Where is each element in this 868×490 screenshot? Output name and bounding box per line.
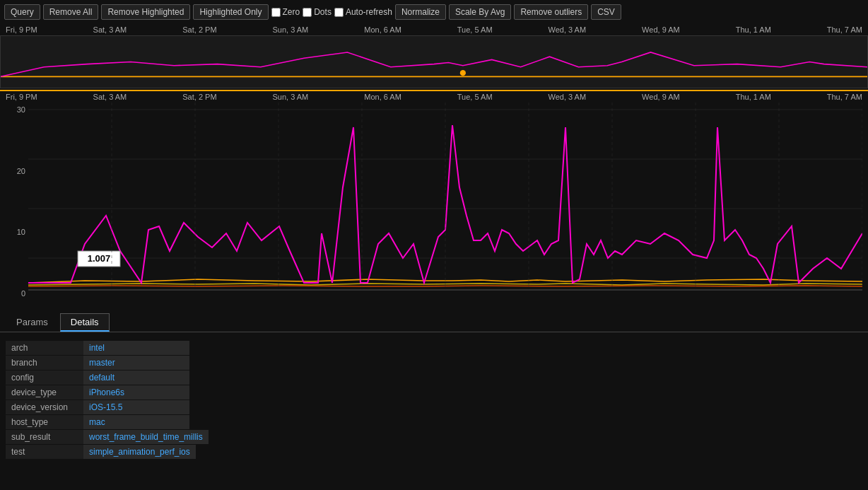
top-x-axis: Fri, 9 PM Sat, 3 AM Sat, 2 PM Sun, 3 AM …: [0, 24, 868, 35]
bottom-x-axis: Fri, 9 PM Sat, 3 AM Sat, 2 PM Sun, 3 AM …: [0, 91, 868, 103]
query-button[interactable]: Query: [4, 4, 40, 20]
table-row: branchmaster: [6, 356, 189, 370]
table-row: configdefault: [6, 371, 189, 385]
table-row: testsimple_animation_perf_ios: [6, 445, 189, 459]
detail-key: device_type: [6, 385, 83, 399]
detail-key: sub_result: [6, 430, 83, 444]
dots-checkbox-label[interactable]: Dots: [303, 7, 332, 17]
detail-key: branch: [6, 356, 83, 370]
detail-key: arch: [6, 341, 83, 355]
detail-key: config: [6, 371, 83, 385]
auto-refresh-checkbox[interactable]: [334, 8, 344, 17]
tab-params[interactable]: Params: [6, 313, 59, 332]
chart-container: Fri, 9 PM Sat, 3 AM Sat, 2 PM Sun, 3 AM …: [0, 24, 868, 301]
table-row: device_typeiPhone6s: [6, 385, 189, 399]
detail-value: iOS-15.5: [83, 400, 189, 414]
detail-value: default: [83, 371, 189, 385]
detail-key: device_version: [6, 400, 83, 414]
detail-key: test: [6, 445, 83, 459]
zero-label: Zero: [283, 7, 300, 17]
main-chart[interactable]: 1.007: [28, 103, 862, 301]
auto-refresh-checkbox-label[interactable]: Auto-refresh: [334, 7, 392, 17]
remove-outliers-button[interactable]: Remove outliers: [514, 4, 588, 20]
zero-checkbox-label[interactable]: Zero: [271, 7, 300, 17]
table-row: host_typemac: [6, 415, 189, 429]
remove-all-button[interactable]: Remove All: [43, 4, 99, 20]
detail-value: mac: [83, 415, 189, 429]
detail-value: iPhone6s: [83, 385, 189, 399]
detail-value: intel: [83, 341, 189, 355]
tabs: Params Details: [0, 306, 868, 332]
toolbar: Query Remove All Remove Highlighted High…: [0, 0, 868, 24]
mini-chart[interactable]: [0, 35, 868, 88]
detail-value: master: [83, 356, 189, 370]
normalize-button[interactable]: Normalize: [395, 4, 446, 20]
detail-value: worst_frame_build_time_millis: [83, 430, 209, 444]
table-row: sub_resultworst_frame_build_time_millis: [6, 430, 189, 444]
highlighted-only-button[interactable]: Highlighted Only: [193, 4, 268, 20]
auto-refresh-label: Auto-refresh: [346, 7, 392, 17]
dots-label: Dots: [314, 7, 332, 17]
csv-button[interactable]: CSV: [591, 4, 621, 20]
y-axis: 30 20 10 0: [0, 103, 27, 301]
detail-key: host_type: [6, 415, 83, 429]
dots-checkbox[interactable]: [303, 8, 312, 17]
tab-details[interactable]: Details: [60, 313, 110, 332]
details-table: archintelbranchmasterconfigdefaultdevice…: [6, 341, 189, 459]
zero-checkbox[interactable]: [271, 8, 281, 17]
table-row: archintel: [6, 341, 189, 355]
main-chart-wrapper: 30 20 10 0: [0, 103, 868, 301]
table-row: device_versioniOS-15.5: [6, 400, 189, 414]
svg-point-2: [460, 70, 466, 76]
detail-value: simple_animation_perf_ios: [83, 445, 196, 459]
svg-text:1.007: 1.007: [88, 253, 111, 264]
remove-highlighted-button[interactable]: Remove Highlighted: [101, 4, 190, 20]
scale-by-avg-button[interactable]: Scale By Avg: [449, 4, 512, 20]
